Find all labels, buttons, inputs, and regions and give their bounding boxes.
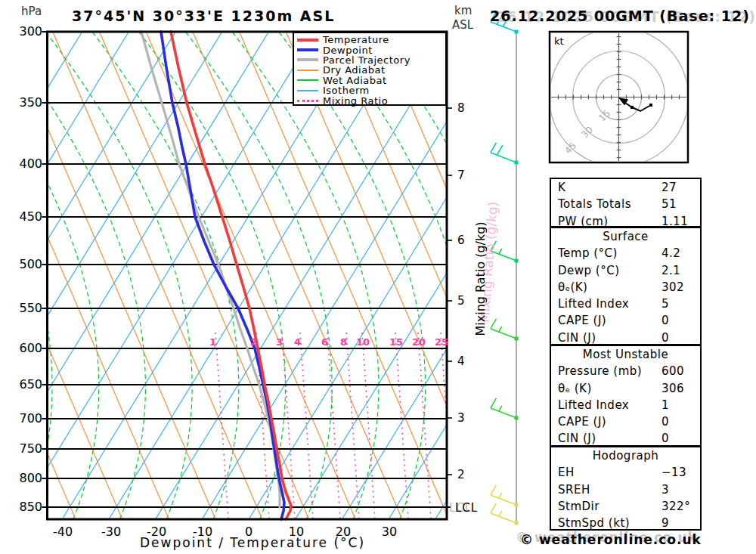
grid-line — [499, 511, 502, 516]
table-row: K27 — [551, 179, 700, 196]
hodograph-unit-label: kt — [554, 36, 564, 47]
table-row-label: PW (cm) — [558, 215, 609, 228]
table-row-label: CAPE (J) — [558, 314, 606, 327]
table-row-label: Pressure (mb) — [558, 364, 642, 378]
pressure-tick-label: 550 — [0, 301, 42, 315]
grid-line — [362, 333, 375, 519]
altitude-tick-label: 3 — [457, 411, 465, 425]
table-row-label: Lifted Index — [558, 297, 629, 311]
pressure-axis-unit: hPa — [21, 5, 42, 18]
grid-line — [499, 327, 502, 332]
grid-line — [499, 406, 502, 411]
table-section-header: Surface — [551, 228, 700, 245]
grid-line — [499, 249, 502, 254]
altitude-axis-unit-asl: ASL — [452, 18, 473, 32]
pressure-tick-label: 350 — [0, 95, 42, 110]
table-row-value: 600 — [662, 363, 684, 379]
legend-item: Wet Adiabat — [297, 76, 445, 85]
grid-line — [491, 408, 516, 418]
table-row-value: 0 — [662, 430, 669, 447]
table-row: CAPE (J)0 — [551, 413, 700, 430]
temperature-tick-label: -10 — [180, 525, 225, 539]
table-row: StmSpd (kt)9 — [551, 515, 700, 531]
legend-swatch-thin — [297, 70, 318, 71]
altitude-tick-label: 7 — [457, 169, 465, 182]
table-row-value: 2.1 — [662, 262, 680, 279]
table-section-header: Hodograph — [551, 447, 700, 464]
mixing-ratio-axis-label: Mixing Ratio (g/kg) — [473, 223, 488, 336]
mixing-ratio-value-label: 25 — [435, 336, 448, 348]
mixing-ratio-value-label: 1 — [209, 336, 216, 348]
pressure-tick-label: 400 — [0, 156, 42, 171]
wind-barb — [491, 319, 519, 341]
table-row-label: θₑ (K) — [558, 382, 592, 395]
page-title: 37°45'N 30°33'E 1230m ASL — [72, 8, 335, 24]
grid-line — [491, 153, 516, 162]
grid-line — [491, 485, 497, 495]
table-row-value: 306 — [662, 380, 684, 397]
table-row-label: CIN (J) — [558, 331, 596, 345]
table-row: Pressure (mb)600 — [551, 363, 700, 379]
mixing-ratio-value-label: 6 — [321, 336, 328, 348]
legend-item: Dry Adiabat — [297, 65, 445, 75]
legend-swatch-thick — [297, 39, 318, 42]
table-row-label: Dewp (°C) — [558, 264, 620, 277]
mixing-ratio-value-label: 20 — [412, 336, 426, 348]
altitude-tick-label: 6 — [457, 234, 465, 247]
table-row: Lifted Index1 — [551, 397, 700, 413]
legend-box: TemperatureDewpointParcel TrajectoryDry … — [293, 32, 447, 106]
temperature-tick-label: 20 — [321, 525, 366, 539]
table-row-value: 302 — [662, 279, 684, 296]
table-row-label: SREH — [558, 483, 590, 497]
table-row: CAPE (J)0 — [551, 312, 700, 329]
grid-line — [491, 513, 516, 523]
altitude-tick-label: 2 — [457, 468, 465, 481]
grid-line — [395, 333, 408, 519]
legend-swatch-dotted — [297, 100, 318, 102]
legend-item: Mixing Ratio — [297, 95, 445, 105]
temperature-tick-label: 10 — [274, 525, 319, 539]
table-row-value: 9 — [662, 515, 669, 531]
legend-item: Temperature — [297, 35, 445, 45]
temperature-tick-label: -20 — [134, 525, 179, 539]
temperature-tick-label: 30 — [367, 525, 412, 539]
grid-line — [16, 32, 316, 519]
watermark: © weatheronline.co.uk — [520, 532, 702, 547]
pressure-tick-label: 800 — [0, 471, 42, 485]
indices-table-section: K27Totals Totals51PW (cm)1.11 — [550, 178, 702, 227]
legend-item: Isotherm — [297, 85, 445, 95]
indices-table-section: HodographEH−13SREH3StmDir322°StmSpd (kt)… — [550, 446, 702, 531]
table-row: StmDir322° — [551, 498, 700, 515]
legend-item: Dewpoint — [297, 45, 445, 54]
skewt-sounding-page: { "header": { "title": "37°45'N 30°33'E … — [0, 0, 756, 554]
table-row-label: K — [558, 181, 565, 194]
lcl-marker: LCL — [455, 501, 478, 515]
pressure-tick-label: 450 — [0, 209, 42, 224]
mixing-ratio-value-label: 15 — [389, 336, 403, 348]
table-row-label: StmSpd (kt) — [558, 516, 630, 530]
table-row: Lifted Index5 — [551, 296, 700, 312]
temperature-tick-label: 0 — [226, 525, 271, 539]
altitude-axis-unit-km: km — [454, 4, 472, 17]
wind-barb — [491, 143, 519, 165]
grid-line — [282, 333, 295, 519]
altitude-tick-label: 4 — [457, 354, 465, 368]
table-row-label: CIN (J) — [558, 432, 596, 445]
table-row: EH−13 — [551, 464, 700, 481]
table-row: CIN (J)0 — [551, 330, 700, 346]
table-row-label: StmDir — [558, 500, 600, 513]
pressure-tick-label: 750 — [0, 441, 42, 456]
table-row-label: Temp (°C) — [558, 246, 618, 260]
pressure-tick-label: 600 — [0, 341, 42, 355]
pressure-tick-label: 650 — [0, 377, 42, 392]
grid-line — [497, 145, 503, 155]
temperature-tick-label: -30 — [88, 525, 134, 539]
legend-item-label: Mixing Ratio — [323, 95, 388, 107]
table-row-label: CAPE (J) — [558, 415, 606, 429]
grid-line — [499, 493, 502, 498]
table-row: Dewp (°C)2.1 — [551, 262, 700, 279]
table-row: Temp (°C)4.2 — [551, 245, 700, 262]
table-row-value: 3 — [662, 481, 669, 498]
table-row-label: Lifted Index — [558, 398, 629, 412]
table-row-value: 4.2 — [662, 245, 680, 262]
